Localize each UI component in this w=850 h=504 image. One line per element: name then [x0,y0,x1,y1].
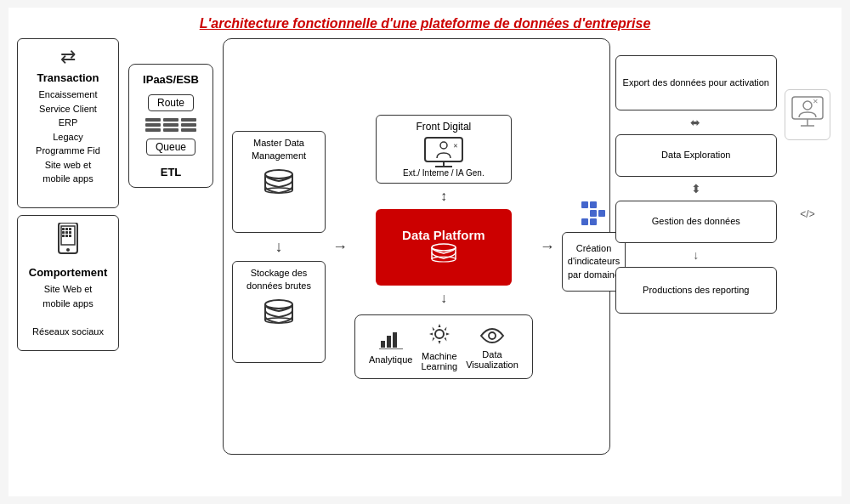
exploration-label: Data Exploration [661,149,730,161]
transaction-title: Transaction [25,71,111,84]
machine-learning-label: Machine Learning [421,351,457,371]
transaction-item-3: ERP [25,116,111,130]
mdm-title: Master Data Management [238,137,320,163]
analytique-item: Analytique [369,329,412,365]
shuffle-icon: ⇄ [25,46,111,68]
export-box: Export des données pour activation [615,55,777,110]
person-device-box: ✕ [785,89,830,140]
code-icon: </> [800,208,814,220]
transaction-item-6: Site web et [25,158,111,173]
svg-text:✕: ✕ [813,98,819,105]
etl-label: ETL [136,166,206,178]
ipaas-box: IPaaS/ESB Route [128,64,213,188]
arrow-right-2: → [540,238,555,256]
svg-point-2 [66,248,70,252]
stockage-box: Stockage des données brutes [232,261,326,363]
productions-box: Productions des reporting [615,267,777,314]
db-icon-2 [238,296,320,336]
arrow-down-1: ↓ [232,238,326,256]
machine-learning-item: Machine Learning [421,322,457,371]
transaction-item-1: Encaissement [25,88,111,102]
dashed-1: ⬌ [615,116,777,129]
svg-point-12 [265,170,292,178]
svg-rect-9 [62,235,65,237]
svg-rect-31 [393,332,397,348]
analytics-bottom: Analytique [354,314,533,379]
arrow-right-1: → [332,238,348,256]
export-label: Export des données pour activation [623,76,769,89]
lines-icon [136,118,206,132]
svg-point-34 [489,332,496,339]
transaction-item-7: mobile apps [25,172,111,186]
arrow-down-analytics: ↓ [440,291,447,306]
ext-label: Ext./ Interne / IA Gen. [385,168,502,178]
transaction-box: ⇄ Transaction Encaissement Service Clien… [17,38,119,208]
left-column: ⇄ Transaction Encaissement Service Clien… [17,38,119,351]
data-exploration-box: Data Exploration [615,134,777,177]
ipaas-column: IPaaS/ESB Route [124,38,218,188]
svg-rect-20 [425,138,462,161]
svg-rect-30 [387,336,391,348]
svg-text:✕: ✕ [453,143,458,149]
front-digital-box: Front Digital ✕ Ext./ Int [376,115,512,184]
svg-rect-5 [69,228,71,230]
data-management-col: Master Data Management [232,131,326,363]
transaction-item-4: Legacy [25,130,111,144]
svg-rect-4 [65,228,68,230]
main-title: L'architecture fonctionnelle d'une plate… [17,16,833,31]
data-visualization-label: Data Visualization [466,349,518,370]
transaction-content: Encaissement Service Client ERP Legacy P… [25,88,111,186]
svg-rect-29 [381,341,385,348]
transaction-item-5: Programme Fid [25,144,111,158]
comp-item-3: Réseaux sociaux [25,325,111,339]
svg-point-28 [432,257,456,262]
gestion-label: Gestion des données [652,215,740,228]
queue-badge: Queue [146,139,196,156]
creation-label: Création d'indicateurs par domaine [568,242,620,281]
stockage-title: Stockage des données brutes [238,267,320,293]
data-platform-box: Data Platform [376,209,512,286]
svg-point-25 [432,244,456,251]
svg-rect-7 [65,231,68,234]
svg-point-33 [435,330,444,338]
comp-item-2: mobile apps [25,297,111,311]
front-digital-title: Front Digital [385,121,502,133]
dashed-3: ↓ [615,248,777,262]
dp-title: Data Platform [402,228,485,242]
svg-point-23 [440,142,447,149]
data-vis-item: Data Visualization [466,327,518,370]
productions-label: Productions des reporting [643,284,749,297]
dashed-2: ⬍ [615,182,777,195]
analytique-label: Analytique [369,354,412,365]
outputs-col: Export des données pour activation ⬌ Dat… [615,38,777,314]
comp-item-1: Site Web et [25,282,111,297]
svg-point-38 [803,101,812,110]
svg-rect-11 [69,235,71,237]
svg-rect-6 [62,231,65,234]
rightmost-col: ✕ </> [782,38,833,220]
comportement-title: Comportement [25,266,111,279]
route-badge: Route [148,94,194,111]
svg-rect-3 [62,228,65,230]
phone-icon [25,223,111,263]
diagram-container: L'architecture fonctionnelle d'une plate… [8,8,842,496]
comportement-content: Site Web et mobile apps Réseaux sociaux [25,282,111,338]
comportement-box: Comportement Site Web et mobile apps Rés… [17,215,119,351]
svg-rect-10 [65,235,68,237]
ipaas-title: IPaaS/ESB [136,73,206,86]
platform-big-box: Master Data Management [223,38,610,455]
dot-decoration [581,201,605,225]
gestion-box: Gestion des données [615,201,777,243]
db-icon-1 [238,166,320,206]
mdm-box: Master Data Management [232,131,326,233]
transaction-item-2: Service Client [25,102,111,116]
person-box: ✕ [385,136,502,168]
svg-rect-8 [69,231,71,234]
full-layout: ⇄ Transaction Encaissement Service Clien… [17,38,833,504]
inner-center: Front Digital ✕ Ext./ Int [354,115,533,379]
arrow-down-dp: ↕ [440,189,447,204]
svg-point-16 [265,300,292,309]
